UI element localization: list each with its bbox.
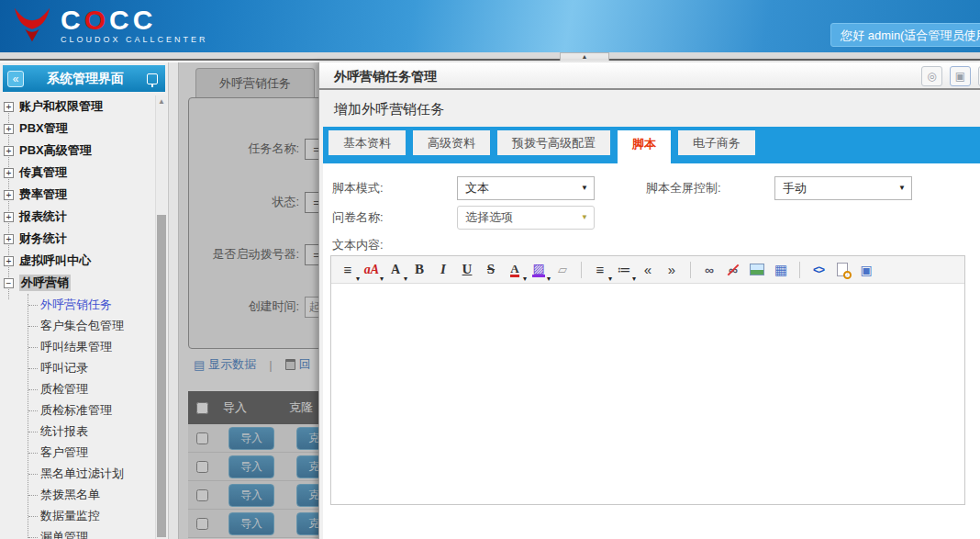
tab-ecommerce[interactable]: 电子商务: [678, 130, 755, 155]
filter-row: 任务名称: =: [189, 137, 329, 161]
image-icon[interactable]: [746, 260, 768, 280]
logo-letter-red: O: [84, 5, 109, 35]
row-checkbox[interactable]: [196, 489, 208, 501]
list-icon[interactable]: ≔: [613, 260, 635, 280]
select-all-checkbox[interactable]: [196, 402, 208, 414]
link-icon[interactable]: ∞: [698, 260, 720, 280]
unlink-icon[interactable]: ∞: [722, 260, 744, 280]
bold-icon[interactable]: B: [408, 260, 430, 280]
expand-plus-icon[interactable]: +: [4, 212, 14, 222]
sidebar-item-blacklist-filter[interactable]: 黑名单过滤计划: [28, 463, 153, 484]
indent-icon[interactable]: »: [661, 260, 683, 280]
strikethrough-icon[interactable]: S: [480, 260, 502, 280]
expand-plus-icon[interactable]: +: [4, 256, 14, 266]
sidebar-item-customer-mgmt[interactable]: 客户管理: [28, 442, 153, 463]
sidebar-item-call-result[interactable]: 呼叫结果管理: [28, 336, 153, 357]
script-mode-select[interactable]: 文本 ▼: [457, 176, 595, 200]
import-button[interactable]: 导入: [228, 484, 274, 507]
line-height-icon[interactable]: ≡: [337, 260, 359, 280]
code-icon[interactable]: <>: [807, 260, 830, 280]
scrollbar-thumb[interactable]: [157, 215, 166, 537]
italic-icon[interactable]: I: [432, 260, 454, 280]
highlight-color-icon[interactable]: ▨: [528, 260, 550, 280]
questionnaire-label: 问卷名称:: [332, 206, 384, 230]
toolbar-separator: [799, 262, 800, 278]
field-label: 状态:: [189, 194, 299, 210]
sidebar-item-customer-package[interactable]: 客户集合包管理: [28, 315, 153, 336]
expand-plus-icon[interactable]: +: [4, 102, 14, 112]
collapse-minus-icon[interactable]: −: [4, 278, 14, 288]
collapse-header-handle[interactable]: ▲: [560, 52, 609, 61]
sidebar-item-call-record[interactable]: 呼叫记录: [28, 357, 153, 378]
import-button[interactable]: 导入: [228, 427, 274, 450]
row-checkbox[interactable]: [196, 432, 208, 444]
filter-row: 状态: =: [189, 190, 329, 214]
tab-advanced-info[interactable]: 高级资料: [413, 130, 490, 155]
trash-icon: [285, 359, 295, 370]
sidebar-scrollbar[interactable]: ▲: [155, 95, 167, 539]
fullscreen-control-select[interactable]: 手动 ▼: [774, 176, 912, 200]
font-size-icon[interactable]: A: [384, 260, 406, 280]
sidebar-item-report-stats[interactable]: +报表统计: [0, 206, 153, 228]
field-label: 任务名称:: [189, 140, 299, 157]
sidebar-item-forbidden-blacklist[interactable]: 禁拨黑名单: [28, 484, 153, 505]
underline-icon[interactable]: U: [456, 260, 478, 280]
sidebar-item-qc[interactable]: 质检管理: [28, 378, 153, 399]
maximize-button[interactable]: ▣: [950, 66, 971, 86]
sidebar-item-outbound-task[interactable]: 外呼营销任务: [28, 294, 153, 315]
fullscreen-icon[interactable]: ▣: [855, 260, 877, 280]
show-data-link[interactable]: 显示数据: [208, 356, 256, 373]
dialog-titlebar[interactable]: 外呼营销任务管理 ◎ ▣ ▢: [319, 62, 980, 90]
row-checkbox[interactable]: [196, 461, 208, 473]
header-divider-strip: [0, 52, 980, 61]
expand-plus-icon[interactable]: +: [4, 124, 14, 134]
expand-plus-icon[interactable]: +: [4, 234, 14, 244]
script-mode-label: 脚本模式:: [332, 176, 384, 200]
rich-text-editor: ≡ aA A B I U S A ▨ ▱ ≡ ≔ « » ∞: [330, 255, 965, 505]
sidebar-collapse-button[interactable]: «: [7, 71, 24, 87]
outdent-icon[interactable]: «: [637, 260, 659, 280]
preview-icon[interactable]: [831, 260, 853, 280]
field-label: 是否启动拨号器:: [189, 246, 299, 263]
recycle-link[interactable]: 回: [299, 356, 311, 373]
sidebar-item-missed-order[interactable]: 漏单管理: [28, 526, 153, 539]
import-button[interactable]: 导入: [228, 455, 274, 478]
row-checkbox[interactable]: [196, 518, 208, 530]
sidebar-item-virtual-callcenter[interactable]: +虚拟呼叫中心: [0, 250, 153, 272]
app-root: COCC CLOUDOX CALLCENTER 您好 admin(适合管理员使用…: [0, 0, 980, 539]
fullscreen-control-value: 手动: [783, 181, 807, 195]
expand-plus-icon[interactable]: +: [4, 146, 14, 156]
editor-toolbar: ≡ aA A B I U S A ▨ ▱ ≡ ≔ « » ∞: [331, 256, 964, 284]
sidebar-item-finance-stats[interactable]: +财务统计: [0, 228, 153, 250]
restore-button[interactable]: ◎: [921, 66, 942, 86]
import-button[interactable]: 导入: [228, 512, 274, 535]
questionnaire-combobox[interactable]: 选择选项 ▼: [457, 206, 595, 230]
sidebar-item-account-permission[interactable]: +账户和权限管理: [0, 95, 153, 118]
fullscreen-control-label: 脚本全屏控制:: [646, 176, 721, 200]
tab-basic-info[interactable]: 基本资料: [329, 130, 406, 155]
sidebar-item-pbx-advanced[interactable]: +PBX高级管理: [0, 140, 153, 162]
toolbar-separator: |: [269, 358, 272, 372]
sidebar-item-outbound-marketing[interactable]: −外呼营销: [0, 272, 153, 294]
text-color-icon[interactable]: A: [504, 260, 526, 280]
editor-content-area[interactable]: [331, 284, 964, 504]
sidebar-item-fax[interactable]: +传真管理: [0, 162, 153, 184]
expand-plus-icon[interactable]: +: [4, 190, 14, 200]
font-family-icon[interactable]: aA: [361, 260, 383, 280]
tab-script[interactable]: 脚本: [618, 130, 671, 163]
sidebar-item-rate[interactable]: +费率管理: [0, 184, 153, 206]
sidebar-item-pbx[interactable]: +PBX管理: [0, 118, 153, 140]
tab-predial-config[interactable]: 预拨号高级配置: [497, 130, 610, 155]
scroll-up-icon[interactable]: ▲: [156, 95, 167, 107]
align-icon[interactable]: ≡: [589, 260, 611, 280]
table-icon[interactable]: ▦: [770, 260, 792, 280]
sidebar-item-data-monitor[interactable]: 数据量监控: [28, 505, 153, 526]
pin-icon[interactable]: [147, 73, 158, 84]
remove-format-icon[interactable]: ▱: [551, 260, 574, 280]
sidebar-item-qc-standard[interactable]: 质检标准管理: [28, 399, 153, 421]
sidebar-splitter[interactable]: [168, 62, 179, 539]
dialog-title: 外呼营销任务管理: [334, 62, 437, 90]
expand-plus-icon[interactable]: +: [4, 168, 14, 178]
background-tab-outbound-task[interactable]: 外呼营销任务: [195, 68, 315, 97]
sidebar-item-stat-report[interactable]: 统计报表: [28, 421, 153, 442]
